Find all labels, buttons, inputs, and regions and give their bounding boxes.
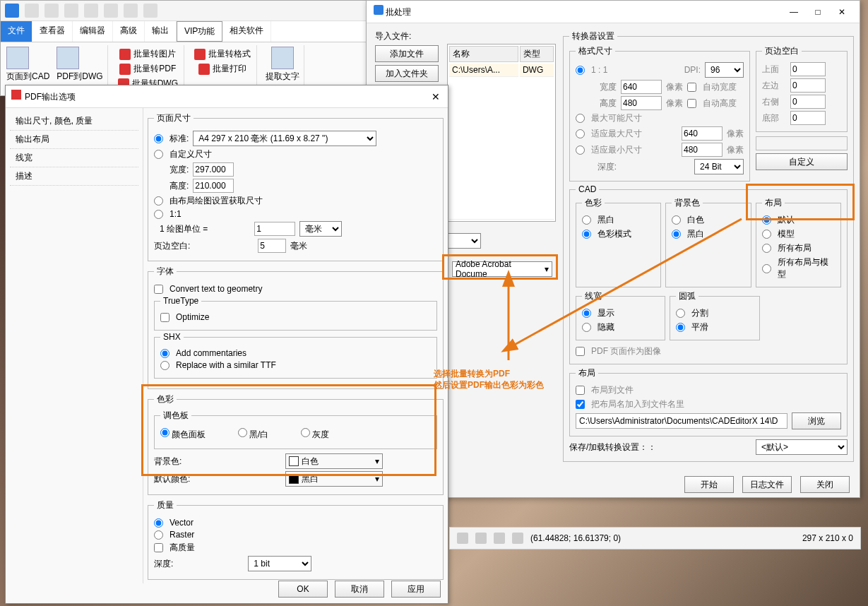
one-to-one-radio[interactable] [154,210,163,219]
batch-to-pdf[interactable]: 批量转PDF [118,61,177,76]
apply-button[interactable]: 应用 [391,581,441,598]
margin-top-input[interactable] [790,62,826,76]
col-type[interactable]: 类型 [520,46,554,62]
layout-model-radio[interactable] [762,230,771,239]
ok-button[interactable]: OK [278,581,328,598]
default-color-select[interactable]: 黑白▾ [285,471,383,487]
close-button[interactable]: ✕ [831,7,852,17]
layout-to-file-check[interactable] [576,386,585,395]
fit-min-radio[interactable] [576,145,585,155]
height-input[interactable] [621,96,662,110]
depth-select[interactable]: 24 Bit [694,159,744,174]
cancel-button[interactable]: 取消 [335,581,384,598]
file-table[interactable]: 名称类型 C:\Users\A...DWG [447,44,556,222]
tab-viewer[interactable]: 查看器 [32,21,73,42]
tab-editor[interactable]: 编辑器 [73,21,113,42]
tab-advanced[interactable]: 高级 [113,21,145,42]
convert-text-check[interactable] [154,285,163,294]
batch-print[interactable]: 批量打印 [197,61,248,76]
fit-max-radio[interactable] [576,129,585,138]
cad-colormode-radio[interactable] [582,230,591,239]
from-layout-radio[interactable] [154,196,163,206]
tab-output[interactable]: 输出 [145,21,177,42]
log-button[interactable]: 日志文件 [742,476,792,493]
extract-text-icon[interactable] [271,47,294,69]
layout-all-model-radio[interactable] [762,264,771,273]
bg-color-select[interactable]: 白色▾ [285,453,383,469]
save-load-select[interactable]: <默认> [756,439,848,455]
batch-close-button[interactable]: 关闭 [800,476,850,493]
dpi-select[interactable]: 96 [705,62,744,78]
open-icon[interactable] [44,4,59,18]
margin-bottom-input[interactable] [790,111,826,125]
tab-related[interactable]: 相关软件 [222,21,271,42]
auto-height-check[interactable] [687,99,696,108]
pdf-dialog-close[interactable]: ✕ [429,91,442,102]
nav-lineweight[interactable]: 线宽 [10,149,138,167]
undo-icon[interactable] [124,4,138,18]
add-file-button[interactable]: 添加文件 [375,45,439,62]
page-to-cad-icon[interactable] [6,47,29,69]
nav-output-size[interactable]: 输出尺寸, 颜色, 质量 [10,112,138,131]
nav-output-layout[interactable]: 输出布局 [10,131,138,149]
standard-radio[interactable] [154,134,163,143]
ortho-icon[interactable] [494,533,505,544]
page-height-input[interactable] [193,179,234,193]
new-icon[interactable] [25,4,39,18]
draw-icon[interactable] [512,533,523,544]
optimize-check[interactable] [160,313,170,322]
arc-split-radio[interactable] [676,309,685,318]
lw-hide-radio[interactable] [582,323,591,332]
ratio-1-1[interactable] [576,66,585,75]
raster-radio[interactable] [154,530,163,540]
grid-icon[interactable] [475,533,487,544]
page-width-input[interactable] [193,162,234,177]
palette-color-radio[interactable] [160,428,170,437]
unit-value-input[interactable] [254,222,295,236]
margin-left-input[interactable] [790,78,826,93]
layout-default-radio[interactable] [762,215,771,225]
col-name[interactable]: 名称 [449,46,518,62]
vector-radio[interactable] [154,518,163,528]
cad-bw-radio[interactable] [582,215,591,225]
custom-button[interactable]: 自定义 [756,153,848,170]
auto-width-check[interactable] [687,83,696,92]
unit-select[interactable]: 毫米 [299,221,342,237]
batch-to-image[interactable]: 批量转图片 [118,47,177,61]
nav-description[interactable]: 描述 [10,167,138,186]
quality-depth-select[interactable]: 1 bit [248,556,311,571]
custom-radio[interactable] [154,150,163,159]
pdf-to-dwg-icon[interactable] [57,47,79,69]
table-row[interactable]: C:\Users\A...DWG [449,64,554,77]
browse-button[interactable]: 浏览 [792,412,841,429]
palette-gray-radio[interactable] [301,428,310,437]
export-icon[interactable] [84,4,98,18]
zoom-icon[interactable] [457,533,468,544]
start-button[interactable]: 开始 [684,476,734,493]
batch-format[interactable]: 批量转格式 [193,47,252,61]
margin-right-input[interactable] [790,95,826,109]
standard-size-select[interactable]: A4 297 x 210 毫米 (11.69 x 8.27 ") [193,131,376,146]
output-format-select[interactable]: Adobe Acrobat Docume▾ [452,261,552,277]
bg-white-radio[interactable] [672,215,681,225]
layout-name-check[interactable] [576,400,585,409]
lw-show-radio[interactable] [582,309,591,318]
print-icon[interactable] [104,4,118,18]
fit-min-input[interactable] [682,143,723,157]
width-input[interactable] [621,80,662,94]
tab-file[interactable]: 文件 [1,21,32,42]
save-icon[interactable] [64,4,78,18]
fit-max-input[interactable] [682,126,723,141]
redo-icon[interactable] [143,4,157,18]
max-possible-radio[interactable] [576,114,585,123]
tab-vip[interactable]: VIP功能 [177,21,222,42]
output-path-input[interactable] [576,413,787,429]
margin-input[interactable] [258,239,286,253]
replace-ttf-radio[interactable] [160,361,170,370]
minimize-button[interactable]: — [783,7,804,17]
hq-check[interactable] [154,543,163,552]
bg-black-radio[interactable] [672,230,681,239]
add-commentaries-radio[interactable] [160,349,170,358]
palette-bw-radio[interactable] [238,428,247,437]
arc-smooth-radio[interactable] [676,323,685,332]
